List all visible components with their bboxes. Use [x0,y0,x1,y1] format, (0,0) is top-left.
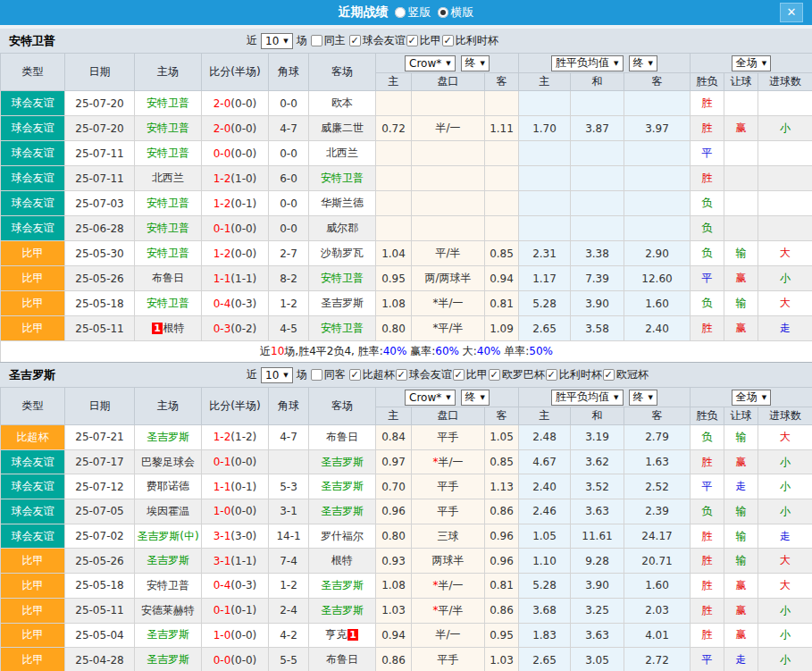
stgilloise-results-table: 类型 日期 主场 比分(半场) 角球 客场 Crow*▼ 终▼ 胜平负均值▼ 终… [0,387,812,671]
summary-segment: 单率: [500,345,529,357]
mean-away-cell [624,216,691,241]
near-label: 近 [247,367,257,382]
home-team-cell: 圣吉罗斯 [135,425,202,450]
away-odds-cell: 1.03 [485,648,519,671]
mean-time-select[interactable]: 终▼ [629,390,657,406]
checkbox-label: 球会友谊 [409,367,452,382]
away-odds-cell: 0.81 [485,574,519,599]
odds-time-select[interactable]: 终▼ [461,390,490,406]
mean-draw-cell: 3.87 [571,116,624,141]
col-odds-away: 客 [485,407,519,425]
away-odds-cell: 0.86 [485,598,519,623]
mean-away-cell [624,91,691,116]
league-filter-checkbox[interactable]: ✓比甲 [406,33,441,48]
corner-cell: 2-7 [269,241,309,266]
league-filter-checkbox[interactable]: ✓比利时杯 [546,367,602,382]
handicap-result-cell: 赢 [724,316,758,341]
handicap-cell [412,91,485,116]
mean-home-cell: 5.28 [519,291,571,316]
date-cell: 25-07-02 [65,524,135,549]
league-filter-checkbox[interactable]: ✓比利时杯 [442,33,498,48]
titlebar: 近期战绩 竖版横版 ✕ [0,0,812,25]
col-odds-away: 客 [485,73,519,91]
games-count-select[interactable]: 10▼ [261,33,293,49]
goals-result-cell: 大 [758,574,812,599]
view-mode-radio[interactable]: 横版 [438,4,474,21]
radio-label-text: 横版 [451,4,474,21]
games-count-select[interactable]: 10▼ [261,367,293,383]
mean-home-cell: 1.10 [519,549,571,574]
league-filter-checkbox[interactable]: ✓球会友谊 [396,367,452,382]
mean-draw-cell: 3.63 [571,623,624,648]
close-icon: ✕ [787,5,797,19]
league-filter-checkbox[interactable]: ✓欧冠杯 [603,367,649,382]
near-label: 近 [247,33,257,48]
league-filter-checkbox[interactable]: ✓欧罗巴杯 [489,367,545,382]
mean-home-cell [519,216,571,241]
mean-select[interactable]: 胜平负均值▼ [551,390,623,406]
corner-cell: 7-4 [269,549,309,574]
col-corner: 角球 [269,54,309,91]
scope-select[interactable]: 全场▼ [732,390,771,406]
date-cell: 25-05-18 [65,291,135,316]
col-odds-home: 主 [376,407,412,425]
mean-home-cell: 4.67 [519,449,571,474]
same-side-checkbox[interactable]: 同客 [311,367,346,382]
type-cell: 比甲 [1,266,65,291]
type-cell: 球会友谊 [1,449,65,474]
league-filter-checkbox[interactable]: ✓比超杯 [349,367,395,382]
handicap-cell [412,216,485,241]
fulltime-score: 0-1 [213,604,231,616]
same-side-checkbox[interactable]: 同主 [311,33,346,48]
summary-segment: 50% [529,345,553,357]
result-cell: 平 [691,648,724,671]
handicap-cell: 平手 [412,425,485,450]
date-cell: 25-05-18 [65,574,135,599]
mean-time-select[interactable]: 终▼ [629,55,657,71]
col-mean-home: 主 [519,407,571,425]
col-away: 客场 [309,388,376,425]
goals-result-cell: 小 [758,648,812,671]
odds-company-select[interactable]: Crow*▼ [405,390,456,406]
summary-segment: 赢率: [406,345,435,357]
scope-select[interactable]: 全场▼ [732,55,771,71]
odds-time-select[interactable]: 终▼ [461,55,490,71]
match-row: 球会友谊25-07-03安特卫普1-2(0-1)0-0华斯兰德负 [1,191,812,216]
home-odds-cell [376,91,412,116]
handicap-cell: 半/一 [412,116,485,141]
match-row: 比甲25-05-18安特卫普0-4(0-3)1-2圣吉罗斯1.08*半/一0.8… [1,291,812,316]
result-cell: 负 [691,216,724,241]
mean-draw-cell: 3.25 [571,598,624,623]
col-handicap: 盘口 [412,407,485,425]
summary-segment: 10 [271,345,284,357]
radio-icon [438,7,448,18]
odds-company-select[interactable]: Crow*▼ [405,55,456,71]
fulltime-score: 1-2 [213,247,231,260]
view-mode-radio[interactable]: 竖版 [395,4,431,21]
league-filter-checkbox[interactable]: ✓球会友谊 [349,33,406,48]
mean-draw-cell [571,91,624,116]
fulltime-score: 1-1 [213,273,231,285]
date-cell: 25-07-11 [65,141,135,166]
handicap-star: * [432,297,438,309]
handicap-result-cell: 赢 [724,449,758,474]
league-filter-checkbox[interactable]: ✓比甲 [453,367,488,382]
handicap-result-cell: 赢 [724,598,758,623]
goals-result-cell: 大 [758,425,812,450]
mean-home-cell: 1.17 [519,266,571,291]
match-row: 球会友谊25-07-11安特卫普0-0(0-0)0-0北西兰平 [1,141,812,166]
score-cell: 0-1(0-0) [202,216,269,241]
mean-select[interactable]: 胜平负均值▼ [551,55,623,71]
halftime-score: (0-3) [230,298,256,310]
handicap-cell: *半/一 [412,574,485,599]
col-date: 日期 [65,54,135,91]
goals-result-cell [758,141,812,166]
close-button[interactable]: ✕ [780,3,803,22]
type-cell: 球会友谊 [1,116,65,141]
mean-draw-cell: 9.28 [571,549,624,574]
checkbox-label: 欧冠杯 [616,367,649,382]
handicap-result-cell: 输 [724,291,758,316]
handicap-cell [412,141,485,166]
mean-away-cell: 3.97 [624,116,691,141]
home-odds-cell [376,166,412,191]
